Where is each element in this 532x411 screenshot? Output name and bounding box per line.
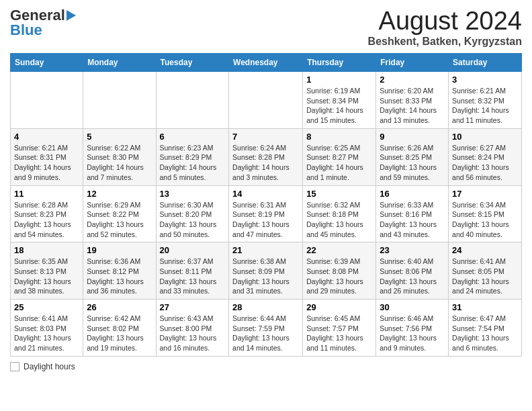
day-info: Sunrise: 6:20 AM Sunset: 8:33 PM Dayligh… bbox=[380, 86, 445, 126]
day-info: Sunrise: 6:34 AM Sunset: 8:15 PM Dayligh… bbox=[452, 200, 518, 240]
logo-arrow-icon bbox=[66, 10, 76, 21]
calendar-cell: 30Sunrise: 6:46 AM Sunset: 7:56 PM Dayli… bbox=[376, 300, 449, 357]
day-number: 13 bbox=[160, 189, 226, 199]
calendar-cell: 4Sunrise: 6:21 AM Sunset: 8:31 PM Daylig… bbox=[11, 128, 83, 185]
day-info: Sunrise: 6:26 AM Sunset: 8:25 PM Dayligh… bbox=[380, 143, 445, 183]
logo: General Blue bbox=[10, 7, 76, 39]
calendar-cell: 10Sunrise: 6:27 AM Sunset: 8:24 PM Dayli… bbox=[449, 128, 522, 185]
calendar-cell: 29Sunrise: 6:45 AM Sunset: 7:57 PM Dayli… bbox=[303, 300, 376, 357]
day-info: Sunrise: 6:30 AM Sunset: 8:20 PM Dayligh… bbox=[160, 200, 226, 240]
calendar-cell: 7Sunrise: 6:24 AM Sunset: 8:28 PM Daylig… bbox=[229, 128, 303, 185]
calendar-cell: 24Sunrise: 6:41 AM Sunset: 8:05 PM Dayli… bbox=[449, 242, 522, 300]
day-number: 3 bbox=[452, 75, 518, 85]
day-info: Sunrise: 6:40 AM Sunset: 8:06 PM Dayligh… bbox=[380, 257, 445, 296]
calendar-cell: 26Sunrise: 6:42 AM Sunset: 8:02 PM Dayli… bbox=[83, 300, 156, 357]
header-day-wednesday: Wednesday bbox=[229, 54, 303, 72]
week-row: 18Sunrise: 6:35 AM Sunset: 8:13 PM Dayli… bbox=[11, 242, 522, 300]
day-number: 28 bbox=[232, 302, 299, 312]
week-row: 4Sunrise: 6:21 AM Sunset: 8:31 PM Daylig… bbox=[11, 128, 522, 185]
day-info: Sunrise: 6:24 AM Sunset: 8:28 PM Dayligh… bbox=[232, 143, 299, 183]
calendar-cell: 8Sunrise: 6:25 AM Sunset: 8:27 PM Daylig… bbox=[303, 128, 376, 185]
day-number: 18 bbox=[14, 245, 79, 255]
calendar-cell: 18Sunrise: 6:35 AM Sunset: 8:13 PM Dayli… bbox=[11, 242, 83, 300]
day-info: Sunrise: 6:27 AM Sunset: 8:24 PM Dayligh… bbox=[452, 143, 518, 183]
calendar-cell: 3Sunrise: 6:21 AM Sunset: 8:32 PM Daylig… bbox=[449, 72, 522, 129]
header-day-thursday: Thursday bbox=[303, 54, 376, 72]
day-info: Sunrise: 6:45 AM Sunset: 7:57 PM Dayligh… bbox=[306, 314, 372, 353]
calendar-cell bbox=[11, 72, 83, 129]
header-day-saturday: Saturday bbox=[449, 54, 522, 72]
calendar-cell: 19Sunrise: 6:36 AM Sunset: 8:12 PM Dayli… bbox=[83, 242, 156, 300]
header-day-friday: Friday bbox=[376, 54, 449, 72]
week-row: 25Sunrise: 6:41 AM Sunset: 8:03 PM Dayli… bbox=[11, 300, 522, 357]
calendar-body: 1Sunrise: 6:19 AM Sunset: 8:34 PM Daylig… bbox=[11, 72, 522, 357]
day-number: 8 bbox=[306, 132, 372, 142]
day-info: Sunrise: 6:44 AM Sunset: 7:59 PM Dayligh… bbox=[232, 314, 299, 353]
day-number: 19 bbox=[87, 245, 152, 255]
week-row: 1Sunrise: 6:19 AM Sunset: 8:34 PM Daylig… bbox=[11, 72, 522, 129]
day-info: Sunrise: 6:41 AM Sunset: 8:03 PM Dayligh… bbox=[14, 314, 79, 353]
calendar-cell: 15Sunrise: 6:32 AM Sunset: 8:18 PM Dayli… bbox=[303, 185, 376, 242]
calendar-cell bbox=[156, 72, 229, 129]
calendar-header: SundayMondayTuesdayWednesdayThursdayFrid… bbox=[11, 54, 522, 72]
calendar-cell: 21Sunrise: 6:38 AM Sunset: 8:09 PM Dayli… bbox=[229, 242, 303, 300]
logo-blue: Blue bbox=[10, 21, 42, 39]
day-number: 12 bbox=[87, 189, 152, 199]
day-info: Sunrise: 6:22 AM Sunset: 8:30 PM Dayligh… bbox=[87, 143, 152, 183]
calendar-cell: 9Sunrise: 6:26 AM Sunset: 8:25 PM Daylig… bbox=[376, 128, 449, 185]
day-info: Sunrise: 6:21 AM Sunset: 8:32 PM Dayligh… bbox=[452, 86, 518, 126]
day-info: Sunrise: 6:43 AM Sunset: 8:00 PM Dayligh… bbox=[160, 314, 226, 353]
calendar-cell: 31Sunrise: 6:47 AM Sunset: 7:54 PM Dayli… bbox=[449, 300, 522, 357]
day-number: 20 bbox=[160, 245, 226, 255]
day-number: 7 bbox=[232, 132, 299, 142]
week-row: 11Sunrise: 6:28 AM Sunset: 8:23 PM Dayli… bbox=[11, 185, 522, 242]
calendar-cell: 20Sunrise: 6:37 AM Sunset: 8:11 PM Dayli… bbox=[156, 242, 229, 300]
day-number: 4 bbox=[14, 132, 79, 142]
header-day-sunday: Sunday bbox=[11, 54, 83, 72]
day-info: Sunrise: 6:23 AM Sunset: 8:29 PM Dayligh… bbox=[160, 143, 226, 183]
day-number: 24 bbox=[452, 245, 518, 255]
calendar-cell: 27Sunrise: 6:43 AM Sunset: 8:00 PM Dayli… bbox=[156, 300, 229, 357]
day-number: 23 bbox=[380, 245, 445, 255]
month-title: August 2024 bbox=[368, 7, 522, 36]
calendar-cell bbox=[83, 72, 156, 129]
day-number: 15 bbox=[306, 189, 372, 199]
day-number: 25 bbox=[14, 302, 79, 312]
day-info: Sunrise: 6:29 AM Sunset: 8:22 PM Dayligh… bbox=[87, 200, 152, 240]
day-number: 26 bbox=[87, 302, 152, 312]
title-area: August 2024 Beshkent, Batken, Kyrgyzstan bbox=[368, 7, 522, 48]
day-number: 22 bbox=[306, 245, 372, 255]
day-number: 11 bbox=[14, 189, 79, 199]
day-number: 21 bbox=[232, 245, 299, 255]
day-info: Sunrise: 6:19 AM Sunset: 8:34 PM Dayligh… bbox=[306, 86, 372, 126]
day-info: Sunrise: 6:25 AM Sunset: 8:27 PM Dayligh… bbox=[306, 143, 372, 183]
calendar-cell: 25Sunrise: 6:41 AM Sunset: 8:03 PM Dayli… bbox=[11, 300, 83, 357]
day-info: Sunrise: 6:32 AM Sunset: 8:18 PM Dayligh… bbox=[306, 200, 372, 240]
calendar-cell: 6Sunrise: 6:23 AM Sunset: 8:29 PM Daylig… bbox=[156, 128, 229, 185]
calendar-cell: 12Sunrise: 6:29 AM Sunset: 8:22 PM Dayli… bbox=[83, 185, 156, 242]
day-number: 10 bbox=[452, 132, 518, 142]
day-info: Sunrise: 6:33 AM Sunset: 8:16 PM Dayligh… bbox=[380, 200, 445, 240]
calendar-cell: 16Sunrise: 6:33 AM Sunset: 8:16 PM Dayli… bbox=[376, 185, 449, 242]
day-info: Sunrise: 6:42 AM Sunset: 8:02 PM Dayligh… bbox=[87, 314, 152, 353]
footer-box-icon bbox=[10, 362, 19, 371]
day-info: Sunrise: 6:31 AM Sunset: 8:19 PM Dayligh… bbox=[232, 200, 299, 240]
day-number: 27 bbox=[160, 302, 226, 312]
day-info: Sunrise: 6:41 AM Sunset: 8:05 PM Dayligh… bbox=[452, 257, 518, 296]
day-number: 1 bbox=[306, 75, 372, 85]
day-info: Sunrise: 6:35 AM Sunset: 8:13 PM Dayligh… bbox=[14, 257, 79, 296]
day-info: Sunrise: 6:38 AM Sunset: 8:09 PM Dayligh… bbox=[232, 257, 299, 296]
day-number: 9 bbox=[380, 132, 445, 142]
day-number: 16 bbox=[380, 189, 445, 199]
footer-label: Daylight hours bbox=[24, 362, 75, 371]
calendar-cell: 22Sunrise: 6:39 AM Sunset: 8:08 PM Dayli… bbox=[303, 242, 376, 300]
day-number: 14 bbox=[232, 189, 299, 199]
header-day-tuesday: Tuesday bbox=[156, 54, 229, 72]
calendar-cell: 14Sunrise: 6:31 AM Sunset: 8:19 PM Dayli… bbox=[229, 185, 303, 242]
footer: Daylight hours bbox=[10, 362, 522, 371]
calendar-cell: 28Sunrise: 6:44 AM Sunset: 7:59 PM Dayli… bbox=[229, 300, 303, 357]
day-number: 30 bbox=[380, 302, 445, 312]
calendar-cell: 17Sunrise: 6:34 AM Sunset: 8:15 PM Dayli… bbox=[449, 185, 522, 242]
calendar-table: SundayMondayTuesdayWednesdayThursdayFrid… bbox=[10, 53, 522, 357]
calendar-cell: 2Sunrise: 6:20 AM Sunset: 8:33 PM Daylig… bbox=[376, 72, 449, 129]
